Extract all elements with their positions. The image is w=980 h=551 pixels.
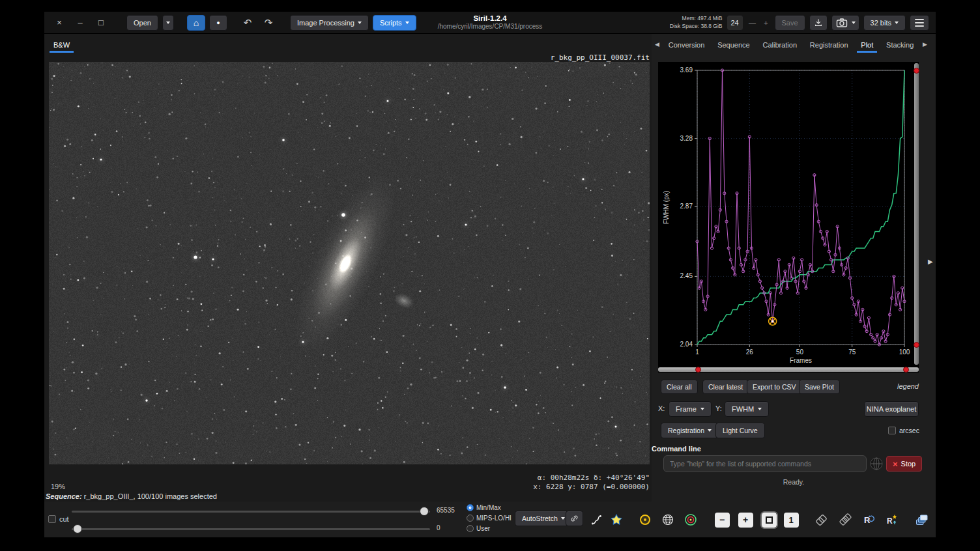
caret-down-icon bbox=[708, 429, 712, 432]
current-filename: r_bkg_pp_OIII_00037.fit bbox=[551, 53, 650, 62]
home-button[interactable]: ⌂ bbox=[187, 15, 205, 31]
light-curve-button[interactable]: Light Curve bbox=[715, 423, 765, 438]
radio-user[interactable]: User bbox=[467, 524, 490, 533]
low-level-slider[interactable] bbox=[72, 524, 430, 533]
tabs-scroll-right-icon[interactable]: ▶ bbox=[923, 41, 927, 48]
svg-text:R: R bbox=[887, 516, 893, 526]
celestial-grid-button[interactable] bbox=[681, 510, 700, 530]
cut-checkbox[interactable]: cut bbox=[48, 515, 69, 524]
fwhm-plot[interactable]: 12650751003.693.282.872.452.04FramesFWHM… bbox=[658, 62, 914, 366]
scripts-menu-button[interactable]: Scripts bbox=[373, 15, 416, 31]
svg-text:FWHM (px): FWHM (px) bbox=[663, 191, 670, 224]
tabs-scroll-left-icon[interactable]: ◀ bbox=[655, 41, 659, 48]
window-title: Siril-1.2.4 /home/cyril/Images/CP/M31/pr… bbox=[438, 14, 543, 31]
range-handle-top[interactable] bbox=[914, 68, 919, 74]
minimize-window-button[interactable]: – bbox=[72, 18, 89, 27]
radio-mips[interactable]: MIPS-LO/HI bbox=[467, 513, 512, 522]
save-as-button[interactable] bbox=[809, 15, 828, 31]
plot-vertical-range-bar[interactable] bbox=[914, 63, 919, 365]
home-icon: ⌂ bbox=[194, 18, 199, 28]
x-axis-dropdown[interactable]: Frame bbox=[669, 401, 712, 417]
open-button[interactable]: Open bbox=[126, 15, 158, 31]
open-recent-dropdown[interactable] bbox=[162, 15, 174, 31]
command-input[interactable] bbox=[663, 455, 867, 472]
pixel-coordinates: x: 6228 y: 0787 (=0.000000) bbox=[533, 483, 650, 492]
tab-bw[interactable]: B&W bbox=[50, 36, 74, 53]
slider-handle[interactable] bbox=[420, 507, 429, 516]
tab-plot[interactable]: Plot bbox=[857, 36, 877, 53]
caret-down-icon bbox=[405, 21, 409, 24]
threads-increase-button[interactable]: + bbox=[762, 19, 771, 27]
star-detection-button[interactable] bbox=[607, 510, 626, 530]
psf-curve-icon bbox=[590, 513, 603, 526]
snapshot-button[interactable] bbox=[831, 15, 859, 31]
layers-stack-button[interactable] bbox=[835, 510, 855, 530]
registration-r-icon: R bbox=[862, 513, 875, 526]
y-axis-dropdown[interactable]: FWHM bbox=[725, 401, 769, 417]
panel-expander[interactable]: ▶ bbox=[928, 258, 933, 265]
camera-icon bbox=[835, 16, 848, 29]
save-button[interactable]: Save bbox=[775, 15, 805, 31]
threads-value-field[interactable]: 24 bbox=[727, 15, 743, 31]
annotations-button[interactable] bbox=[658, 510, 678, 530]
zoom-out-icon: − bbox=[719, 515, 725, 525]
plot-container[interactable]: 12650751003.693.282.872.452.04FramesFWHM… bbox=[658, 62, 919, 373]
header-bar: × – □ Open ⌂ ● ↶ ↷ Image Processing Scri… bbox=[44, 12, 936, 34]
zoom-in-icon: + bbox=[743, 515, 748, 525]
registration-preview-button[interactable]: R bbox=[859, 510, 878, 530]
zoom-100-icon: 1 bbox=[788, 515, 793, 525]
zoom-one-to-one-button[interactable]: 1 bbox=[781, 510, 801, 530]
bit-depth-dropdown[interactable]: 32 bits bbox=[863, 15, 906, 31]
nina-exoplanet-button[interactable]: NINA exoplanet bbox=[864, 401, 919, 417]
range-handle-right[interactable] bbox=[903, 367, 909, 373]
slider-handle[interactable] bbox=[73, 524, 82, 533]
tab-stacking[interactable]: Stacking bbox=[882, 36, 917, 53]
registration-layer-dropdown[interactable]: Registration bbox=[661, 423, 719, 438]
sequence-status: Sequence: r_bkg_pp_OIII_, 100/100 images… bbox=[46, 492, 217, 500]
redo-button[interactable]: ↷ bbox=[260, 17, 277, 29]
layers-toggle-button[interactable] bbox=[811, 510, 831, 530]
layers-stack-icon bbox=[839, 513, 852, 527]
fit-to-window-button[interactable] bbox=[759, 510, 779, 530]
tab-conversion[interactable]: Conversion bbox=[665, 36, 709, 53]
autostretch-dropdown[interactable]: AutoStretch bbox=[515, 511, 572, 526]
registration-star-icon: R bbox=[886, 513, 899, 526]
photometry-button[interactable] bbox=[635, 510, 655, 530]
coordinates-readout: α: 00h28m22s δ: +40°26'49" x: 6228 y: 07… bbox=[533, 473, 650, 492]
tab-sequence[interactable]: Sequence bbox=[713, 36, 754, 53]
caret-down-icon bbox=[358, 21, 362, 24]
range-handle-bottom[interactable] bbox=[914, 342, 919, 348]
slider-track bbox=[72, 528, 430, 530]
zoom-out-button[interactable]: − bbox=[712, 510, 732, 530]
radio-minmax[interactable]: Min/Max bbox=[467, 503, 501, 512]
save-plot-button[interactable]: Save Plot bbox=[799, 380, 840, 394]
range-handle-left[interactable] bbox=[695, 367, 701, 373]
zoom-in-button[interactable]: + bbox=[736, 510, 755, 530]
stop-button[interactable]: × Stop bbox=[886, 456, 922, 472]
close-window-button[interactable]: × bbox=[51, 18, 68, 27]
export-csv-button[interactable]: Export to CSV bbox=[747, 380, 802, 394]
record-button[interactable]: ● bbox=[209, 15, 227, 31]
high-level-slider[interactable] bbox=[72, 507, 430, 516]
network-globe-icon bbox=[869, 457, 884, 471]
command-scope-button[interactable] bbox=[869, 457, 884, 471]
slider-track bbox=[72, 511, 430, 513]
right-tab-bar: ◀ Conversion Sequence Calibration Regist… bbox=[653, 35, 929, 53]
image-display-canvas[interactable] bbox=[49, 62, 650, 464]
main-menu-button[interactable] bbox=[910, 15, 929, 31]
threads-decrease-button[interactable]: — bbox=[747, 19, 758, 27]
dynamic-psf-button[interactable] bbox=[586, 510, 606, 530]
sequence-label: Sequence: bbox=[46, 492, 82, 500]
clear-latest-button[interactable]: Clear latest bbox=[702, 380, 749, 394]
arcsec-checkbox[interactable]: arcsec bbox=[888, 426, 919, 435]
tab-calibration[interactable]: Calibration bbox=[758, 36, 801, 53]
clear-all-button[interactable]: Clear all bbox=[661, 380, 698, 394]
undo-button[interactable]: ↶ bbox=[239, 17, 256, 29]
caret-down-icon bbox=[758, 408, 762, 410]
maximize-window-button[interactable]: □ bbox=[93, 18, 109, 27]
sequence-frames-button[interactable] bbox=[912, 510, 931, 530]
tab-registration[interactable]: Registration bbox=[806, 36, 852, 53]
registration-star-button[interactable]: R bbox=[882, 510, 902, 530]
image-processing-menu-button[interactable]: Image Processing bbox=[290, 15, 369, 31]
link-channels-button[interactable] bbox=[566, 511, 583, 526]
